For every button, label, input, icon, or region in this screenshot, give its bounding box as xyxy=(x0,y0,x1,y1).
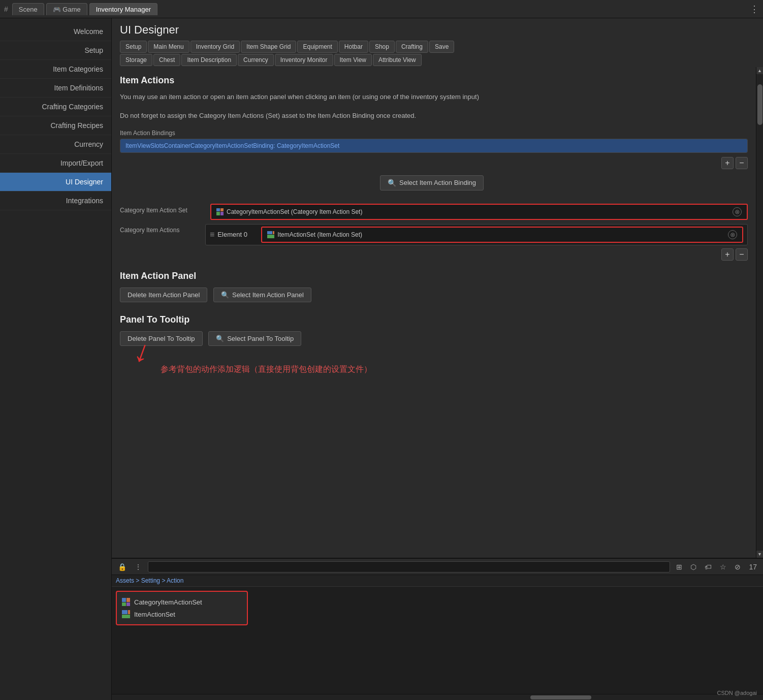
remove-binding-btn[interactable]: − xyxy=(736,157,748,169)
tab-shop[interactable]: Shop xyxy=(369,41,395,53)
filter-icon[interactable]: ⊘ xyxy=(733,562,743,572)
panel-tooltip-section: Panel To Tooltip Delete Panel To Tooltip… xyxy=(120,314,748,352)
more-bottom-icon[interactable]: ⋮ xyxy=(133,562,144,572)
tab-item-shape-grid[interactable]: Item Shape Grid xyxy=(241,41,296,53)
bindings-list: ItemViewSlotsContainerCategoryItemAction… xyxy=(120,139,748,153)
sidebar-item-welcome[interactable]: Welcome xyxy=(0,22,111,41)
item-action-panel-section: Item Action Panel Delete Item Action Pan… xyxy=(120,271,748,308)
remove-element-btn[interactable]: − xyxy=(736,248,748,261)
tab-chest[interactable]: Chest xyxy=(153,54,180,66)
element0-asset-selector[interactable]: ItemActionSet (Item Action Set) ◎ xyxy=(261,227,743,243)
tab-row-2: Storage Chest Item Description Currency … xyxy=(120,54,755,66)
category-asset-grid-icon xyxy=(216,208,224,215)
sidebar-item-import-export[interactable]: Import/Export xyxy=(0,154,111,173)
game-icon: 🎮 xyxy=(53,6,61,13)
bottom-panel: 🔒 ⋮ ⊞ ⬡ 🏷 ☆ ⊘ 17 Assets > Setting > Acti… xyxy=(112,558,763,700)
content-header: UI Designer Setup Main Menu Inventory Gr… xyxy=(112,18,763,67)
tab-save[interactable]: Save xyxy=(429,41,454,53)
scroll-track[interactable] xyxy=(756,74,763,551)
tab-inventory-monitor[interactable]: Inventory Monitor xyxy=(275,54,333,66)
category-asset-name: CategoryItemActionSet (Category Item Act… xyxy=(227,208,362,215)
tab-item-view[interactable]: Item View xyxy=(334,54,372,66)
category-asset-circle-btn[interactable]: ◎ xyxy=(733,207,742,216)
hash-icon: # xyxy=(4,5,8,13)
scroll-down-arrow[interactable]: ▼ xyxy=(756,551,763,558)
sidebar-item-currency[interactable]: Currency xyxy=(0,135,111,154)
inventory-manager-tab[interactable]: Inventory Manager xyxy=(89,3,157,15)
section-heading-item-actions: Item Actions xyxy=(120,75,748,86)
sidebar-item-crafting-recipes[interactable]: Crafting Recipes xyxy=(0,116,111,135)
category-item-name: CategoryItemActionSet xyxy=(134,598,202,606)
sidebar-item-setup[interactable]: Setup xyxy=(0,41,111,60)
top-bar: # Scene 🎮 Game Inventory Manager ⋮ xyxy=(0,0,763,18)
category-set-label: Category Item Action Set xyxy=(120,204,206,214)
asset-item-category[interactable]: CategoryItemActionSet xyxy=(122,596,242,608)
add-element-btn[interactable]: + xyxy=(721,248,734,261)
tab-inventory-grid[interactable]: Inventory Grid xyxy=(190,41,240,53)
action-list-icon xyxy=(122,610,130,618)
category-grid-icon xyxy=(122,598,130,606)
element-label: Element 0 xyxy=(217,231,258,238)
asset-grid: CategoryItemActionSet xyxy=(112,587,763,694)
asset-card[interactable]: CategoryItemActionSet xyxy=(116,591,248,625)
vertical-scrollbar[interactable]: ▲ ▼ xyxy=(756,67,763,558)
sidebar-item-definitions[interactable]: Item Definitions xyxy=(0,79,111,98)
select-panel-button[interactable]: 🔍 Select Item Action Panel xyxy=(213,288,311,302)
asset-item-action[interactable]: ItemActionSet xyxy=(122,608,242,620)
breadcrumb: Assets > Setting > Action xyxy=(112,575,763,587)
content-scroll: Item Actions You may use an item action … xyxy=(112,67,756,558)
tab-equipment[interactable]: Equipment xyxy=(297,41,337,53)
expand-icon[interactable]: ⊞ xyxy=(674,562,684,572)
delete-tooltip-button[interactable]: Delete Panel To Tooltip xyxy=(120,331,203,346)
tab-row-1: Setup Main Menu Inventory Grid Item Shap… xyxy=(120,41,755,53)
select-tooltip-button[interactable]: 🔍 Select Panel To Tooltip xyxy=(208,331,301,346)
asset-count-badge: 17 xyxy=(747,562,759,572)
tab-main-menu[interactable]: Main Menu xyxy=(148,41,189,53)
bottom-scrollbar[interactable] xyxy=(112,694,763,700)
info-text-1: You may use an item action or open an it… xyxy=(120,92,748,103)
scroll-up-arrow[interactable]: ▲ xyxy=(756,67,763,74)
game-tab[interactable]: 🎮 Game xyxy=(46,3,87,15)
tag-icon[interactable]: 🏷 xyxy=(703,562,714,572)
sidebar-item-categories[interactable]: Item Categories xyxy=(0,60,111,79)
sidebar-item-ui-designer[interactable]: UI Designer xyxy=(0,173,111,192)
element0-asset-name: ItemActionSet (Item Action Set) xyxy=(277,231,362,238)
element0-list-icon xyxy=(267,231,274,238)
element-0-row: ≡ Element 0 xyxy=(205,224,748,245)
add-binding-btn[interactable]: + xyxy=(721,157,734,169)
h-scroll-thumb[interactable] xyxy=(530,695,591,699)
tab-crafting[interactable]: Crafting xyxy=(396,41,428,53)
select-panel-search-icon: 🔍 xyxy=(221,291,229,299)
info-text-2: Do not forget to assign the Category Ite… xyxy=(120,111,748,121)
more-icon[interactable]: ⋮ xyxy=(750,4,759,15)
category-asset-selector[interactable]: CategoryItemActionSet (Category Item Act… xyxy=(210,204,748,220)
sidebar-item-integrations[interactable]: Integrations xyxy=(0,192,111,210)
element0-circle-btn[interactable]: ◎ xyxy=(728,230,737,239)
action-item-name: ItemActionSet xyxy=(134,611,175,618)
category-actions-label: Category Item Actions xyxy=(120,224,201,267)
chinese-annotation: 参考背包的动作添加逻辑（直接使用背包创建的设置文件） xyxy=(161,364,748,375)
select-binding-button[interactable]: 🔍 Select Item Action Binding xyxy=(380,175,484,190)
page-title: UI Designer xyxy=(120,23,755,37)
lock-icon[interactable]: 🔒 xyxy=(116,562,129,572)
search-input[interactable] xyxy=(148,561,670,572)
drag-handle-icon: ≡ xyxy=(210,230,214,239)
scroll-thumb[interactable] xyxy=(757,84,762,125)
connect-icon[interactable]: ⬡ xyxy=(688,562,698,572)
scene-tab[interactable]: Scene xyxy=(12,3,44,15)
sidebar-item-crafting-categories[interactable]: Crafting Categories xyxy=(0,98,111,116)
tab-setup[interactable]: Setup xyxy=(120,41,147,53)
tab-attribute-view[interactable]: Attribute View xyxy=(373,54,422,66)
item-actions-section: Item Actions You may use an item action … xyxy=(120,75,748,267)
tab-storage[interactable]: Storage xyxy=(120,54,152,66)
bottom-toolbar: 🔒 ⋮ ⊞ ⬡ 🏷 ☆ ⊘ 17 xyxy=(112,559,763,575)
tab-item-description[interactable]: Item Description xyxy=(181,54,237,66)
sidebar: Welcome Setup Item Categories Item Defin… xyxy=(0,18,112,700)
tooltip-section-heading: Panel To Tooltip xyxy=(120,314,748,325)
tab-hotbar[interactable]: Hotbar xyxy=(339,41,368,53)
tab-currency[interactable]: Currency xyxy=(238,54,274,66)
bindings-label: Item Action Bindings xyxy=(120,130,748,137)
binding-list-item[interactable]: ItemViewSlotsContainerCategoryItemAction… xyxy=(120,139,747,152)
star-icon[interactable]: ☆ xyxy=(718,562,728,572)
delete-panel-button[interactable]: Delete Item Action Panel xyxy=(120,288,207,302)
